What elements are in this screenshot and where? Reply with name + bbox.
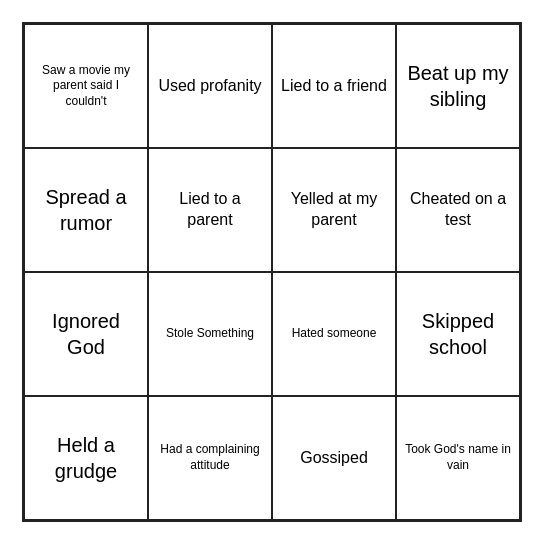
- bingo-cell-c13: Cheated on a test: [396, 148, 520, 272]
- bingo-cell-c03: Beat up my sibling: [396, 24, 520, 148]
- bingo-cell-c20: Ignored God: [24, 272, 148, 396]
- bingo-board: Saw a movie my parent said I couldn'tUse…: [22, 22, 522, 522]
- bingo-cell-c31: Had a complaining attitude: [148, 396, 272, 520]
- bingo-cell-c02: Lied to a friend: [272, 24, 396, 148]
- bingo-cell-c32: Gossiped: [272, 396, 396, 520]
- bingo-cell-c11: Lied to a parent: [148, 148, 272, 272]
- bingo-cell-c00: Saw a movie my parent said I couldn't: [24, 24, 148, 148]
- bingo-cell-c12: Yelled at my parent: [272, 148, 396, 272]
- bingo-cell-c01: Used profanity: [148, 24, 272, 148]
- bingo-cell-c30: Held a grudge: [24, 396, 148, 520]
- bingo-cell-c23: Skipped school: [396, 272, 520, 396]
- bingo-cell-c10: Spread a rumor: [24, 148, 148, 272]
- bingo-cell-c21: Stole Something: [148, 272, 272, 396]
- bingo-cell-c22: Hated someone: [272, 272, 396, 396]
- bingo-cell-c33: Took God's name in vain: [396, 396, 520, 520]
